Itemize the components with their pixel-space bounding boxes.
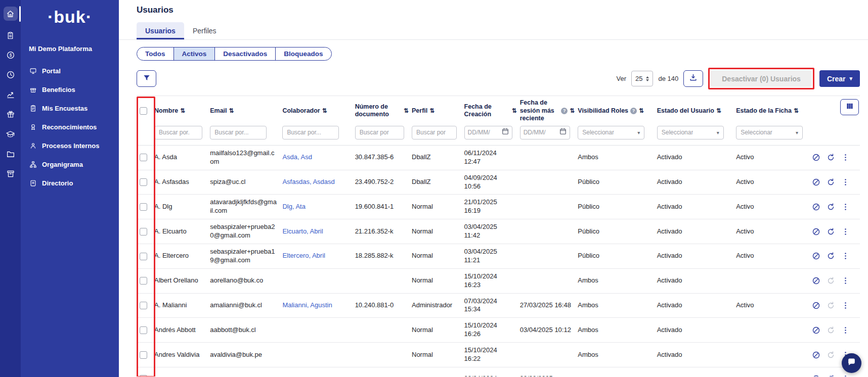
row-menu-icon[interactable]: [841, 203, 850, 211]
filter-bloqueados[interactable]: Bloqueados: [275, 47, 331, 61]
folder-icon[interactable]: [6, 150, 15, 159]
reset-password-icon[interactable]: [827, 203, 835, 211]
colaborador-link[interactable]: Dlg, Ata: [282, 203, 306, 210]
archive-icon[interactable]: [6, 169, 15, 178]
sort-icon[interactable]: ⇅: [512, 107, 517, 115]
info-icon[interactable]: ?: [630, 108, 637, 114]
create-button[interactable]: Crear ▾: [819, 70, 860, 87]
block-user-icon[interactable]: [812, 252, 820, 260]
info-icon[interactable]: ?: [561, 108, 568, 114]
colaborador-link[interactable]: Eltercero, Abril: [282, 252, 325, 259]
sidebar-item-beneficios[interactable]: Beneficios: [21, 80, 119, 99]
column-settings-button[interactable]: [840, 99, 859, 115]
sort-icon[interactable]: ⇅: [639, 107, 644, 115]
filter-activos[interactable]: Activos: [173, 47, 215, 61]
colaborador-link[interactable]: Malianni, Agustin: [282, 301, 332, 309]
gift-icon[interactable]: [6, 110, 15, 119]
sort-icon[interactable]: ⇅: [716, 107, 721, 115]
performance-icon[interactable]: [6, 90, 15, 99]
column-header-visibilidad[interactable]: Visibilidad Roles?⇅: [577, 96, 656, 125]
filter-select-estado_usuario[interactable]: Seleccionar▾: [657, 126, 724, 139]
reset-password-icon[interactable]: [827, 252, 835, 260]
deactivate-users-button[interactable]: Desactivar (0) Usuarios: [711, 70, 812, 87]
reset-password-icon[interactable]: [827, 374, 835, 376]
block-user-icon[interactable]: [812, 227, 820, 236]
block-user-icon[interactable]: [812, 153, 820, 162]
filter-select-estado_ficha[interactable]: Seleccionar▾: [736, 126, 803, 139]
row-menu-icon[interactable]: [841, 326, 850, 335]
column-header-email[interactable]: Email⇅: [209, 96, 281, 125]
row-checkbox[interactable]: [140, 326, 147, 334]
filter-select-visibilidad[interactable]: Seleccionar▾: [578, 126, 644, 139]
filter-button[interactable]: [137, 70, 156, 87]
row-checkbox[interactable]: [140, 277, 147, 285]
column-header-fecha_creacion[interactable]: Fecha de Creación⇅: [463, 96, 519, 125]
sidebar-item-mis-encuestas[interactable]: Mis Encuestas: [21, 99, 119, 118]
row-menu-icon[interactable]: [841, 227, 850, 236]
row-checkbox[interactable]: [140, 302, 147, 309]
select-all-checkbox[interactable]: [140, 107, 147, 115]
reset-password-icon[interactable]: [827, 351, 835, 359]
block-user-icon[interactable]: [812, 178, 820, 186]
row-menu-icon[interactable]: [841, 301, 850, 310]
block-user-icon[interactable]: [812, 351, 820, 359]
sort-icon[interactable]: ⇅: [794, 107, 799, 115]
reset-password-icon[interactable]: [827, 153, 835, 162]
payroll-icon[interactable]: $: [6, 51, 15, 60]
reset-password-icon[interactable]: [827, 227, 835, 236]
row-checkbox[interactable]: [140, 154, 147, 161]
chat-widget-button[interactable]: [842, 353, 861, 373]
colaborador-link[interactable]: Asda, Asd: [282, 153, 312, 161]
reset-password-icon[interactable]: [827, 178, 835, 186]
sort-icon[interactable]: ⇅: [570, 107, 575, 115]
column-header-documento[interactable]: Número de documento⇅: [354, 96, 411, 125]
row-checkbox[interactable]: [140, 178, 147, 186]
filter-input-colaborador[interactable]: [282, 126, 339, 139]
time-icon[interactable]: [6, 70, 15, 79]
row-menu-icon[interactable]: [841, 252, 850, 260]
row-menu-icon[interactable]: [841, 276, 850, 285]
page-size-select[interactable]: 25: [631, 71, 653, 86]
colaborador-link[interactable]: Asfasdas, Asdasd: [282, 178, 334, 185]
filter-input-perfil[interactable]: [412, 126, 457, 139]
tab-perfiles[interactable]: Perfiles: [184, 22, 225, 39]
row-checkbox[interactable]: [140, 203, 147, 211]
reset-password-icon[interactable]: [827, 301, 835, 310]
tasks-icon[interactable]: [6, 31, 15, 40]
sort-icon[interactable]: ⇅: [429, 107, 435, 115]
sort-icon[interactable]: ⇅: [322, 107, 327, 115]
filter-input-documento[interactable]: [355, 126, 404, 139]
block-user-icon[interactable]: [812, 326, 820, 335]
filter-date-fecha_creacion[interactable]: DD/MM/: [464, 126, 512, 139]
column-header-colaborador[interactable]: Colaborador⇅: [281, 96, 354, 125]
filter-desactivados[interactable]: Desactivados: [214, 47, 276, 61]
home-module-button[interactable]: [4, 7, 18, 21]
sidebar-item-organigrama[interactable]: Organigrama: [21, 155, 119, 174]
column-header-estado_ficha[interactable]: Estado de la Ficha⇅: [735, 96, 811, 125]
block-user-icon[interactable]: [812, 301, 820, 310]
row-checkbox[interactable]: [140, 351, 147, 359]
row-menu-icon[interactable]: [841, 178, 850, 186]
sidebar-item-procesos-internos[interactable]: Procesos Internos: [21, 136, 119, 155]
reset-password-icon[interactable]: [827, 326, 835, 335]
filter-input-nombre[interactable]: [154, 126, 202, 139]
block-user-icon[interactable]: [812, 203, 820, 211]
reset-password-icon[interactable]: [827, 276, 835, 285]
column-header-nombre[interactable]: Nombre⇅: [153, 96, 209, 125]
row-checkbox[interactable]: [140, 375, 147, 376]
block-user-icon[interactable]: [812, 276, 820, 285]
sidebar-item-portal[interactable]: Portal: [21, 62, 119, 80]
row-menu-icon[interactable]: [841, 153, 850, 162]
sidebar-item-directorio[interactable]: Directorio: [21, 174, 119, 193]
column-header-perfil[interactable]: Perfil⇅: [411, 96, 463, 125]
tab-usuarios[interactable]: Usuarios: [137, 22, 184, 39]
sort-icon[interactable]: ⇅: [404, 107, 409, 115]
row-checkbox[interactable]: [140, 228, 147, 235]
export-button[interactable]: [683, 70, 703, 87]
training-icon[interactable]: [6, 129, 15, 139]
sidebar-item-reconocimientos[interactable]: Reconocimientos: [21, 118, 119, 136]
filter-todos[interactable]: Todos: [137, 47, 174, 61]
sort-icon[interactable]: ⇅: [180, 107, 185, 115]
block-user-icon[interactable]: [812, 374, 820, 376]
column-header-estado_usuario[interactable]: Estado del Usuario⇅: [656, 96, 735, 125]
